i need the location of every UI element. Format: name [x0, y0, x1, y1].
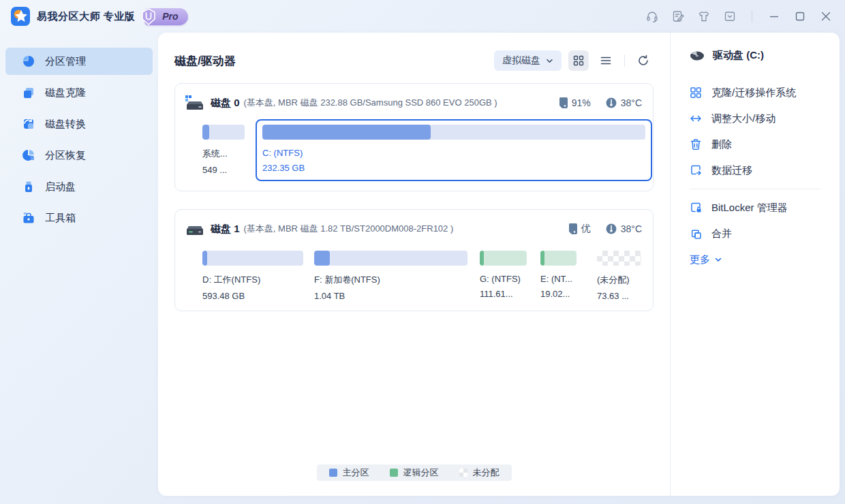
disk-clone-icon: [22, 86, 35, 99]
sidebar-item-label: 磁盘克隆: [45, 86, 86, 99]
headset-support-icon[interactable]: [644, 8, 660, 25]
boot-disk-usb-icon: [22, 180, 35, 193]
sidebar-item-partition-recovery[interactable]: 分区恢复: [5, 142, 153, 169]
partition-recovery-icon: [22, 148, 35, 162]
disk0-stats: 91% 38°C: [559, 97, 642, 108]
header-controls: 虚拟磁盘: [494, 50, 654, 71]
refresh-button[interactable]: [633, 50, 654, 71]
disk-temperature-value: 38°C: [621, 97, 642, 108]
data-migration-icon: [690, 164, 702, 176]
action-label: 数据迁移: [711, 164, 752, 177]
thermometer-icon: [606, 97, 617, 108]
app-title: 易我分区大师 专业版: [37, 10, 135, 23]
disk-health-value: 优: [581, 223, 591, 235]
sidebar-item-boot-disk[interactable]: 启动盘: [5, 173, 153, 200]
disk1-header: 磁盘 1 (基本盘, MBR 磁盘 1.82 TB/ST2000DM008-2F…: [175, 218, 653, 245]
partition-label: (未分配): [597, 274, 641, 286]
disk-list-area: 磁盘/驱动器 虚拟磁盘: [158, 33, 670, 496]
legend-logical-swatch: [390, 469, 398, 477]
grid-view-icon: [572, 54, 585, 67]
partition-bar: [480, 251, 527, 266]
merge-icon: [690, 227, 702, 240]
thermometer-icon: [606, 223, 617, 234]
legend-unallocated: 未分配: [459, 467, 500, 479]
partition-manage-pie-icon: [22, 54, 35, 68]
legend-primary-swatch: [329, 469, 337, 477]
close-icon[interactable]: [818, 8, 834, 25]
disk-temperature: 38°C: [606, 97, 642, 108]
disk0-header: 磁盘 0 (基本盘, MBR 磁盘 232.88 GB/Samsung SSD …: [175, 92, 653, 119]
virtual-disk-dropdown[interactable]: 虚拟磁盘: [494, 50, 562, 71]
sidebar-item-label: 分区恢复: [45, 149, 86, 162]
disk1-partitions: D: 工作(NTFS) 593.48 GB F: 新加卷(NTFS) 1.04 …: [202, 245, 653, 301]
list-view-button[interactable]: [596, 50, 616, 71]
action-clone-migrate-os[interactable]: 克隆/迁移操作系统: [690, 80, 840, 106]
action-data-migration[interactable]: 数据迁移: [690, 157, 840, 183]
disk-card-1: 磁盘 1 (基本盘, MBR 磁盘 1.82 TB/ST2000DM008-2F…: [174, 209, 654, 311]
partition-c-selected[interactable]: C: (NTFS) 232.35 GB: [256, 119, 652, 181]
partition-label: F: 新加卷(NTFS): [314, 274, 467, 286]
action-merge[interactable]: 合并: [690, 221, 840, 247]
legend-label: 未分配: [473, 467, 500, 479]
action-label: 删除: [711, 138, 732, 151]
partition-bar: [202, 251, 303, 266]
health-chip-icon: [559, 97, 568, 108]
toolbox-icon: [22, 211, 35, 225]
titlebar-divider: [752, 10, 752, 22]
more-actions-link[interactable]: 更多: [690, 247, 840, 272]
disk-temperature: 38°C: [606, 223, 642, 234]
panel-header-label: 驱动盘 (C:): [713, 49, 764, 62]
disk-details: (基本盘, MBR 磁盘 1.82 TB/ST2000DM008-2FR102 …: [244, 223, 454, 235]
sidebar-item-label: 分区管理: [45, 55, 86, 68]
action-label: 调整大小/移动: [711, 112, 775, 125]
partition-label: D: 工作(NTFS): [202, 274, 303, 286]
pro-u-emblem-icon: [139, 7, 158, 26]
partition-d[interactable]: D: 工作(NTFS) 593.48 GB: [202, 251, 303, 301]
partition-f[interactable]: F: 新加卷(NTFS) 1.04 TB: [314, 251, 467, 301]
grid-view-button[interactable]: [568, 50, 589, 71]
virtual-disk-dropdown-label: 虚拟磁盘: [502, 54, 540, 67]
legend-primary: 主分区: [329, 467, 369, 479]
legend-label: 逻辑分区: [403, 467, 439, 479]
tray-menu-icon[interactable]: [722, 8, 738, 25]
action-label: 克隆/迁移操作系统: [711, 86, 796, 99]
controls-divider: [624, 54, 625, 67]
pro-badge-label: Pro: [162, 11, 178, 22]
partition-bar: [202, 125, 245, 140]
tshirt-theme-icon[interactable]: [696, 8, 712, 25]
minimize-icon[interactable]: [766, 8, 782, 25]
partition-system[interactable]: 系统... 549 ...: [202, 125, 245, 175]
sidebar: 分区管理 磁盘克隆 磁盘转换 分区恢复 启动盘: [0, 33, 158, 504]
sidebar-item-label: 工具箱: [45, 212, 76, 225]
action-label: 合并: [711, 227, 732, 240]
main-header: 磁盘/驱动器 虚拟磁盘: [158, 33, 670, 83]
action-resize-move[interactable]: 调整大小/移动: [690, 106, 840, 131]
sidebar-item-toolbox[interactable]: 工具箱: [5, 204, 153, 232]
action-bitlocker-manager[interactable]: BitLocker 管理器: [690, 195, 840, 221]
partition-unallocated[interactable]: (未分配) 73.63 ...: [597, 251, 641, 301]
maximize-icon[interactable]: [792, 8, 808, 25]
partition-size: 73.63 ...: [597, 291, 641, 301]
pro-badge[interactable]: Pro: [144, 8, 187, 25]
partition-size: 1.04 TB: [314, 291, 467, 301]
sidebar-item-disk-clone[interactable]: 磁盘克隆: [5, 79, 153, 106]
ssd-drive-icon: [185, 95, 204, 111]
partition-size: 549 ...: [202, 165, 245, 175]
panel-header: 驱动盘 (C:): [690, 49, 840, 62]
legend-logical: 逻辑分区: [390, 467, 439, 479]
content-surface: 磁盘/驱动器 虚拟磁盘: [158, 33, 840, 496]
partition-e[interactable]: E: (NT... 19.02...: [540, 251, 577, 299]
bitlocker-lock-icon: [690, 202, 702, 214]
partition-size: 593.48 GB: [202, 291, 303, 301]
sidebar-item-disk-convert[interactable]: 磁盘转换: [5, 110, 153, 138]
action-delete[interactable]: 删除: [690, 131, 840, 157]
list-view-icon: [600, 54, 612, 67]
partition-g[interactable]: G: (NTFS) 111.61...: [480, 251, 527, 299]
partition-bar: [540, 251, 577, 266]
partition-size: 19.02...: [540, 289, 577, 299]
sidebar-item-partition-manage[interactable]: 分区管理: [5, 48, 153, 75]
disk-health-value: 91%: [572, 97, 591, 108]
chevron-down-icon: [714, 255, 722, 264]
feedback-note-icon[interactable]: [670, 8, 686, 25]
partition-size: 232.35 GB: [262, 163, 645, 173]
